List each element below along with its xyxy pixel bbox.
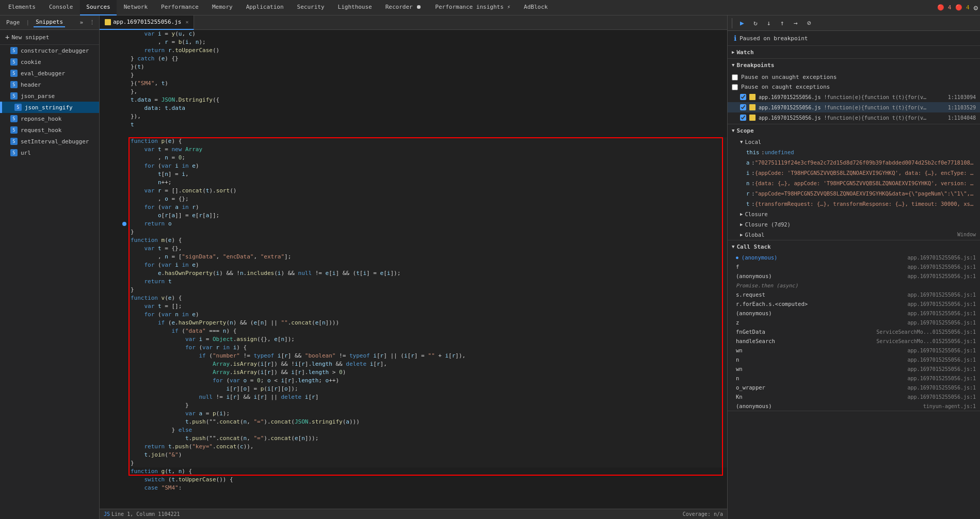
scope-local[interactable]: ▼ Local xyxy=(728,137,980,147)
resume-button[interactable]: ▶ xyxy=(736,18,748,29)
error-badge: 🔴 4 xyxy=(937,4,951,11)
sidebar-more-icon[interactable]: » xyxy=(79,19,83,26)
snippet-item-json-parse[interactable]: S json_parse xyxy=(0,90,99,102)
scope-content: ▼ Local this : undefined a : "702751119f… xyxy=(728,137,980,240)
callstack-file: app.1697015255056.js:1 xyxy=(908,320,976,326)
snippet-item-request-hook[interactable]: S request_hook xyxy=(0,124,99,136)
callstack-anonymous-3[interactable]: (anonymous) app.1697015255056.js:1 xyxy=(728,309,980,318)
scope-i[interactable]: i : {appCode: 'T98HPCGN5ZVVQBS8LZQNOAEXV… xyxy=(728,168,980,178)
callstack-foreach[interactable]: r.forEach.s.<computed> app.1697015255056… xyxy=(728,299,980,309)
scope-global[interactable]: ▶ Global Window xyxy=(728,230,980,240)
snippet-item-constructor-debugger[interactable]: S constructor_debugger xyxy=(0,45,99,56)
global-window: Window xyxy=(957,230,976,239)
scope-n[interactable]: n : {data: {…}, appCode: 'T98HPCGN5ZVVQB… xyxy=(728,178,980,188)
scope-t[interactable]: t : {transformRequest: {…}, transformRes… xyxy=(728,199,980,209)
snippet-item-json-stringify[interactable]: S json_stringify xyxy=(0,102,99,113)
callstack-srequest[interactable]: s.request app.1697015255056.js:1 xyxy=(728,290,980,299)
step-over-button[interactable]: ↻ xyxy=(750,18,761,29)
scope-value-t: {transformRequest: {…}, transformRespons… xyxy=(755,199,976,208)
tab-network[interactable]: Network xyxy=(118,0,154,15)
pause-caught-checkbox[interactable] xyxy=(732,84,738,90)
tab-performance-insights[interactable]: Performance insights ⚡ xyxy=(429,0,517,15)
step-button[interactable]: → xyxy=(790,18,801,29)
plus-icon: + xyxy=(5,33,9,41)
scope-closure[interactable]: ▶ Closure xyxy=(728,209,980,219)
callstack-wn-2[interactable]: wn app.1697015255056.js:1 xyxy=(728,364,980,374)
code-editor[interactable]: var i = y(u, c) , r = b(i, n); return r.… xyxy=(100,30,727,509)
callstack-n-1[interactable]: n app.1697015255056.js:1 xyxy=(728,355,980,364)
scope-r[interactable]: r : "appCode=T98HPCGN5ZVVQBS8LZQNOAEXVI9… xyxy=(728,188,980,199)
callstack-z[interactable]: z app.1697015255056.js:1 xyxy=(728,318,980,327)
tab-lighthouse[interactable]: Lighthouse xyxy=(332,0,378,15)
breakpoint-item-2[interactable]: app.1697015255056.js !function(e){functi… xyxy=(728,112,980,123)
sidebar-tab-snippets[interactable]: Snippets xyxy=(34,18,65,27)
tab-console[interactable]: Console xyxy=(43,0,79,15)
snippet-name: eval_debugger xyxy=(21,70,65,77)
callstack-n-2[interactable]: n app.1697015255056.js:1 xyxy=(728,374,980,383)
debug-sections: ▶ Watch ▼ Breakpoints Pause on uncaught … xyxy=(728,46,980,519)
tab-elements[interactable]: Elements xyxy=(2,0,42,15)
tab-security[interactable]: Security xyxy=(291,0,331,15)
scope-a[interactable]: a : "702751119f24e3cf9ea2c72d15d8d726f09… xyxy=(728,157,980,168)
callstack-anonymous-tinyun[interactable]: (anonymous) tinyun-agent.js:1 xyxy=(728,401,980,411)
warning-badge: 🔴 4 xyxy=(955,4,969,11)
tab-adblock[interactable]: AdBlock xyxy=(518,0,554,15)
callstack-owrapper[interactable]: o_wrapper app.1697015255056.js:1 xyxy=(728,383,980,392)
breakpoint-checkbox-0[interactable] xyxy=(740,94,746,100)
sidebar-tab-page[interactable]: Page xyxy=(4,18,22,27)
file-tab-active[interactable]: app.1697015255056.js ✕ xyxy=(100,15,194,30)
callstack-handlesearch[interactable]: handleSearch ServiceSearchMo...015255056… xyxy=(728,336,980,346)
tab-recorder[interactable]: Recorder ⏺ xyxy=(379,0,428,15)
close-tab-button[interactable]: ✕ xyxy=(185,19,188,25)
callstack-header[interactable]: ▼ Call Stack xyxy=(728,240,980,253)
scope-header[interactable]: ▼ Scope xyxy=(728,124,980,137)
scope-section: ▼ Scope ▼ Local this : undefined a xyxy=(728,124,980,240)
callstack-wn-1[interactable]: wn app.1697015255056.js:1 xyxy=(728,346,980,355)
breakpoint-checkbox-1[interactable] xyxy=(740,104,746,110)
code-lines: var i = y(u, c) , r = b(i, n); return r.… xyxy=(100,30,727,492)
tab-memory[interactable]: Memory xyxy=(206,0,239,15)
callstack-name: (anonymous) xyxy=(736,310,906,316)
callstack-file: app.1697015255056.js:1 xyxy=(908,366,976,372)
callstack-name: wn xyxy=(736,366,906,372)
line-col-text: Line 1, Column 1104221 xyxy=(111,511,180,517)
new-snippet-label: New snippet xyxy=(11,34,49,41)
tab-performance[interactable]: Performance xyxy=(155,0,205,15)
callstack-file: ServiceSearchMo...015255056.js:1 xyxy=(876,338,976,344)
pause-uncaught-checkbox[interactable] xyxy=(732,74,738,80)
bp-code-2: !function(e){function t(t){for(var n,i,o… xyxy=(824,115,927,121)
callstack-file: tinyun-agent.js:1 xyxy=(923,403,976,409)
callstack-fngetdata[interactable]: fnGetData ServiceSearchMo...015255056.js… xyxy=(728,327,980,336)
callstack-list: ● (anonymous) app.1697015255056.js:1 f a… xyxy=(728,253,980,411)
sidebar-kebab-icon[interactable]: ⋮ xyxy=(89,19,95,26)
breakpoints-header[interactable]: ▼ Breakpoints xyxy=(728,59,980,71)
watch-header[interactable]: ▶ Watch xyxy=(728,46,980,58)
callstack-anonymous-1[interactable]: ● (anonymous) app.1697015255056.js:1 xyxy=(728,253,980,262)
coverage-text: Coverage: n/a xyxy=(683,511,723,517)
snippet-item-header[interactable]: S header xyxy=(0,79,99,90)
snippet-item-reponse-hook[interactable]: S reponse_hook xyxy=(0,113,99,124)
breakpoint-item-0[interactable]: app.1697015255056.js !function(e){functi… xyxy=(728,92,980,102)
tab-sources[interactable]: Sources xyxy=(80,0,116,15)
callstack-name: Kn xyxy=(736,394,906,400)
step-into-button[interactable]: ↓ xyxy=(763,18,775,29)
new-snippet-button[interactable]: + New snippet xyxy=(0,30,99,45)
callstack-anonymous-2[interactable]: (anonymous) app.1697015255056.js:1 xyxy=(728,271,980,281)
callstack-file: app.1697015255056.js:1 xyxy=(908,357,976,363)
callstack-f[interactable]: f app.1697015255056.js:1 xyxy=(728,262,980,271)
snippet-item-cookie[interactable]: S cookie xyxy=(0,56,99,68)
scope-this[interactable]: this : undefined xyxy=(728,147,980,157)
settings-icon[interactable]: ⚙ xyxy=(974,4,978,12)
step-out-button[interactable]: ↑ xyxy=(777,18,788,29)
deactivate-breakpoints-button[interactable]: ⊘ xyxy=(804,18,815,29)
tab-application[interactable]: Application xyxy=(240,0,290,15)
closure-chevron: ▶ xyxy=(740,209,743,219)
breakpoint-checkbox-2[interactable] xyxy=(740,115,746,121)
callstack-kn[interactable]: Kn app.1697015255056.js:1 xyxy=(728,392,980,401)
scope-key-n: n xyxy=(746,179,749,188)
snippet-item-url[interactable]: S url xyxy=(0,147,99,158)
breakpoint-item-1[interactable]: app.1697015255056.js !function(e){functi… xyxy=(728,102,980,112)
snippet-item-setinterval-debugger[interactable]: S setInterval_debugger xyxy=(0,136,99,147)
scope-closure-7d92[interactable]: ▶ Closure (7d92) xyxy=(728,219,980,230)
snippet-item-eval-debugger[interactable]: S eval_debugger xyxy=(0,68,99,79)
